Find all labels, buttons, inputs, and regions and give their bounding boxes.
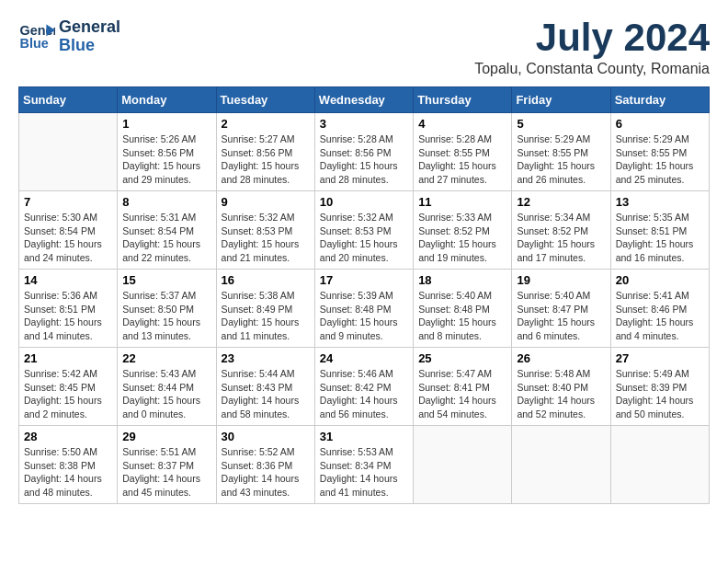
calendar-cell: 13Sunrise: 5:35 AMSunset: 8:51 PMDayligh… bbox=[610, 191, 709, 270]
header-monday: Monday bbox=[118, 87, 216, 113]
day-number: 30 bbox=[222, 430, 310, 443]
day-number: 15 bbox=[122, 273, 210, 287]
calendar-cell: 21Sunrise: 5:42 AMSunset: 8:45 PMDayligh… bbox=[19, 348, 118, 426]
day-number: 31 bbox=[320, 430, 408, 443]
calendar-cell bbox=[512, 426, 610, 504]
calendar-cell: 12Sunrise: 5:34 AMSunset: 8:52 PMDayligh… bbox=[512, 191, 610, 270]
day-info: Sunrise: 5:40 AMSunset: 8:48 PMDaylight:… bbox=[418, 289, 506, 343]
calendar-cell: 18Sunrise: 5:40 AMSunset: 8:48 PMDayligh… bbox=[414, 270, 512, 348]
day-info: Sunrise: 5:41 AMSunset: 8:46 PMDaylight:… bbox=[616, 289, 704, 343]
calendar-cell: 10Sunrise: 5:32 AMSunset: 8:53 PMDayligh… bbox=[314, 191, 413, 270]
day-info: Sunrise: 5:53 AMSunset: 8:34 PMDaylight:… bbox=[320, 445, 408, 500]
calendar-cell: 14Sunrise: 5:36 AMSunset: 8:51 PMDayligh… bbox=[19, 270, 118, 348]
day-info: Sunrise: 5:28 AMSunset: 8:55 PMDaylight:… bbox=[418, 132, 506, 187]
day-number: 28 bbox=[24, 430, 112, 443]
day-number: 16 bbox=[222, 273, 310, 287]
calendar-cell: 29Sunrise: 5:51 AMSunset: 8:37 PMDayligh… bbox=[118, 426, 216, 504]
header-sunday: Sunday bbox=[19, 87, 118, 113]
calendar-cell: 26Sunrise: 5:48 AMSunset: 8:40 PMDayligh… bbox=[512, 348, 610, 426]
header-thursday: Thursday bbox=[414, 87, 512, 113]
day-number: 5 bbox=[517, 117, 605, 131]
day-number: 24 bbox=[320, 351, 408, 365]
title-area: July 2024 Topalu, Constanta County, Roma… bbox=[474, 18, 710, 77]
day-info: Sunrise: 5:50 AMSunset: 8:38 PMDaylight:… bbox=[24, 445, 112, 500]
day-info: Sunrise: 5:52 AMSunset: 8:36 PMDaylight:… bbox=[222, 445, 310, 500]
day-info: Sunrise: 5:31 AMSunset: 8:54 PMDaylight:… bbox=[122, 211, 210, 265]
week-row-2: 7Sunrise: 5:30 AMSunset: 8:54 PMDaylight… bbox=[19, 191, 710, 270]
calendar-cell: 20Sunrise: 5:41 AMSunset: 8:46 PMDayligh… bbox=[610, 270, 709, 348]
day-number: 4 bbox=[418, 117, 506, 131]
week-row-3: 14Sunrise: 5:36 AMSunset: 8:51 PMDayligh… bbox=[19, 270, 710, 348]
week-row-1: 1Sunrise: 5:26 AMSunset: 8:56 PMDaylight… bbox=[19, 113, 710, 191]
calendar-cell: 19Sunrise: 5:40 AMSunset: 8:47 PMDayligh… bbox=[512, 270, 610, 348]
day-number: 20 bbox=[616, 273, 704, 287]
calendar-header-row: SundayMondayTuesdayWednesdayThursdayFrid… bbox=[19, 87, 710, 113]
day-number: 26 bbox=[517, 351, 605, 365]
day-number: 13 bbox=[616, 195, 704, 209]
day-number: 6 bbox=[616, 117, 704, 131]
day-info: Sunrise: 5:51 AMSunset: 8:37 PMDaylight:… bbox=[122, 445, 210, 500]
day-info: Sunrise: 5:47 AMSunset: 8:41 PMDaylight:… bbox=[418, 367, 506, 421]
calendar-cell: 16Sunrise: 5:38 AMSunset: 8:49 PMDayligh… bbox=[216, 270, 314, 348]
day-number: 3 bbox=[320, 117, 408, 131]
day-info: Sunrise: 5:30 AMSunset: 8:54 PMDaylight:… bbox=[24, 211, 112, 265]
day-number: 11 bbox=[418, 195, 506, 209]
day-number: 12 bbox=[517, 195, 605, 209]
calendar-table: SundayMondayTuesdayWednesdayThursdayFrid… bbox=[18, 86, 710, 504]
day-info: Sunrise: 5:39 AMSunset: 8:48 PMDaylight:… bbox=[320, 289, 408, 343]
calendar-cell: 6Sunrise: 5:29 AMSunset: 8:55 PMDaylight… bbox=[610, 113, 709, 191]
day-info: Sunrise: 5:42 AMSunset: 8:45 PMDaylight:… bbox=[24, 367, 112, 421]
calendar-cell: 7Sunrise: 5:30 AMSunset: 8:54 PMDaylight… bbox=[19, 191, 118, 270]
day-number: 7 bbox=[24, 195, 112, 209]
day-number: 14 bbox=[24, 273, 112, 287]
calendar-cell: 23Sunrise: 5:44 AMSunset: 8:43 PMDayligh… bbox=[216, 348, 314, 426]
calendar-cell: 15Sunrise: 5:37 AMSunset: 8:50 PMDayligh… bbox=[118, 270, 216, 348]
day-info: Sunrise: 5:38 AMSunset: 8:49 PMDaylight:… bbox=[222, 289, 310, 343]
calendar-cell bbox=[414, 426, 512, 504]
day-number: 17 bbox=[320, 273, 408, 287]
day-number: 10 bbox=[320, 195, 408, 209]
day-number: 8 bbox=[122, 195, 210, 209]
calendar-cell: 25Sunrise: 5:47 AMSunset: 8:41 PMDayligh… bbox=[414, 348, 512, 426]
month-year-title: July 2024 bbox=[474, 18, 710, 57]
calendar-cell: 9Sunrise: 5:32 AMSunset: 8:53 PMDaylight… bbox=[216, 191, 314, 270]
week-row-4: 21Sunrise: 5:42 AMSunset: 8:45 PMDayligh… bbox=[19, 348, 710, 426]
day-info: Sunrise: 5:35 AMSunset: 8:51 PMDaylight:… bbox=[616, 211, 704, 265]
day-info: Sunrise: 5:48 AMSunset: 8:40 PMDaylight:… bbox=[517, 367, 605, 421]
day-number: 18 bbox=[418, 273, 506, 287]
day-info: Sunrise: 5:37 AMSunset: 8:50 PMDaylight:… bbox=[122, 289, 210, 343]
day-number: 9 bbox=[222, 195, 310, 209]
calendar-cell: 1Sunrise: 5:26 AMSunset: 8:56 PMDaylight… bbox=[118, 113, 216, 191]
day-info: Sunrise: 5:33 AMSunset: 8:52 PMDaylight:… bbox=[418, 211, 506, 265]
day-number: 19 bbox=[517, 273, 605, 287]
svg-text:Blue: Blue bbox=[20, 36, 49, 51]
calendar-cell bbox=[19, 113, 118, 191]
header-wednesday: Wednesday bbox=[314, 87, 413, 113]
day-number: 22 bbox=[122, 351, 210, 365]
day-number: 2 bbox=[222, 117, 310, 131]
logo-line1: General bbox=[59, 18, 120, 37]
day-info: Sunrise: 5:43 AMSunset: 8:44 PMDaylight:… bbox=[122, 367, 210, 421]
day-info: Sunrise: 5:28 AMSunset: 8:56 PMDaylight:… bbox=[320, 132, 408, 187]
logo-line2: Blue bbox=[59, 37, 120, 55]
calendar-cell bbox=[610, 426, 709, 504]
calendar-cell: 17Sunrise: 5:39 AMSunset: 8:48 PMDayligh… bbox=[314, 270, 413, 348]
header-tuesday: Tuesday bbox=[216, 87, 314, 113]
calendar-cell: 5Sunrise: 5:29 AMSunset: 8:55 PMDaylight… bbox=[512, 113, 610, 191]
day-info: Sunrise: 5:40 AMSunset: 8:47 PMDaylight:… bbox=[517, 289, 605, 343]
day-info: Sunrise: 5:32 AMSunset: 8:53 PMDaylight:… bbox=[320, 211, 408, 265]
day-info: Sunrise: 5:32 AMSunset: 8:53 PMDaylight:… bbox=[222, 211, 310, 265]
week-row-5: 28Sunrise: 5:50 AMSunset: 8:38 PMDayligh… bbox=[19, 426, 710, 504]
day-info: Sunrise: 5:29 AMSunset: 8:55 PMDaylight:… bbox=[517, 132, 605, 187]
calendar-cell: 22Sunrise: 5:43 AMSunset: 8:44 PMDayligh… bbox=[118, 348, 216, 426]
calendar-cell: 4Sunrise: 5:28 AMSunset: 8:55 PMDaylight… bbox=[414, 113, 512, 191]
location-label: Topalu, Constanta County, Romania bbox=[474, 61, 710, 77]
day-info: Sunrise: 5:29 AMSunset: 8:55 PMDaylight:… bbox=[616, 132, 704, 187]
day-number: 1 bbox=[122, 117, 210, 131]
calendar-cell: 8Sunrise: 5:31 AMSunset: 8:54 PMDaylight… bbox=[118, 191, 216, 270]
calendar-cell: 3Sunrise: 5:28 AMSunset: 8:56 PMDaylight… bbox=[314, 113, 413, 191]
day-info: Sunrise: 5:27 AMSunset: 8:56 PMDaylight:… bbox=[222, 132, 310, 187]
day-number: 29 bbox=[122, 430, 210, 443]
calendar-cell: 2Sunrise: 5:27 AMSunset: 8:56 PMDaylight… bbox=[216, 113, 314, 191]
day-number: 21 bbox=[24, 351, 112, 365]
